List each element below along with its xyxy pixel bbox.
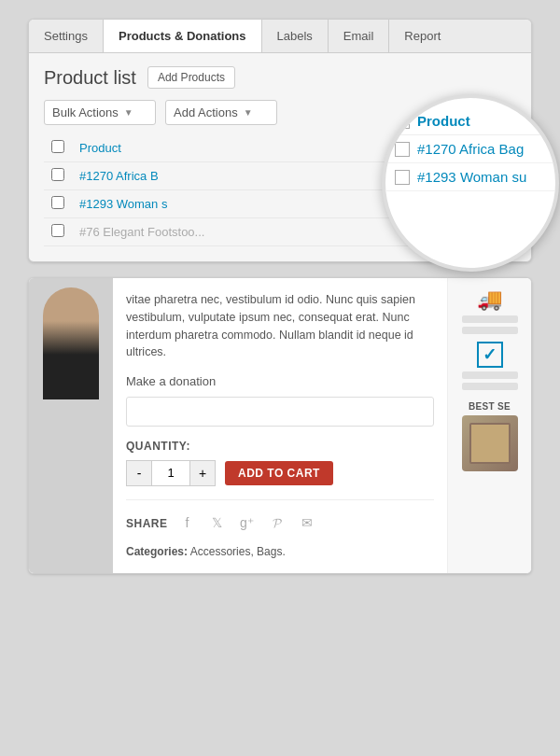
icon-line-4: [462, 383, 518, 390]
row-checkbox-cell: [44, 218, 72, 246]
row-checkbox-cell: [44, 162, 72, 190]
row-1-link[interactable]: #1270 Africa B: [79, 169, 159, 183]
gplus-icon[interactable]: g⁺: [237, 513, 258, 534]
row-2-link[interactable]: #1293 Woman s: [79, 197, 167, 211]
share-section: SHARE f 𝕏 g⁺ 𝓟 ✉: [126, 499, 434, 534]
person-silhouette: [43, 287, 99, 399]
bulk-actions-dropdown[interactable]: Bulk Actions ▼: [44, 100, 156, 125]
check-icon: ✓: [477, 342, 503, 368]
product-list-title: Product list: [44, 67, 136, 89]
mag-item-2-checkbox: [395, 170, 410, 185]
body-text: vitae pharetra nec, vestibulum id odio. …: [126, 291, 434, 361]
icon-line-1: [462, 315, 518, 323]
truck-icon: 🚚: [477, 287, 502, 312]
magnifier-item-1-label: #1270 Africa Bag: [417, 141, 524, 157]
donation-section: Make a donation: [126, 372, 434, 427]
checkbox-icon-item: ✓: [455, 342, 524, 390]
bottom-content: vitae pharetra nec, vestibulum id odio. …: [113, 278, 447, 573]
tab-settings[interactable]: Settings: [29, 20, 104, 52]
bottom-right-sidebar: 🚚 ✓ BEST SE: [447, 278, 531, 573]
magnifier-item-2-label: #1293 Woman su: [417, 169, 526, 185]
donation-label: Make a donation: [126, 372, 434, 391]
quantity-controls: - + ADD TO CART: [126, 460, 434, 486]
tab-report[interactable]: Report: [389, 20, 455, 52]
quantity-input[interactable]: [152, 460, 189, 486]
magnifier-overlay: Product #1270 Africa Bag #1293 Woman su: [382, 94, 559, 272]
magnifier-item-1[interactable]: #1270 Africa Bag: [385, 135, 555, 163]
bulk-actions-arrow: ▼: [124, 107, 133, 118]
row-3-checkbox[interactable]: [51, 224, 64, 237]
email-icon[interactable]: ✉: [297, 513, 317, 534]
header-checkbox-cell: [44, 134, 72, 162]
delivery-icon-item: 🚚: [455, 287, 524, 334]
icon-line-3: [462, 371, 518, 379]
select-all-checkbox[interactable]: [51, 140, 64, 153]
pillow-inner: [469, 423, 511, 464]
best-seller-label: BEST SE: [469, 401, 511, 412]
row-checkbox-cell: [44, 190, 72, 218]
magnifier-item-2[interactable]: #1293 Woman su: [385, 163, 555, 191]
quantity-plus-button[interactable]: +: [189, 460, 216, 486]
twitter-icon[interactable]: 𝕏: [207, 513, 228, 534]
bottom-panel: vitae pharetra nec, vestibulum id odio. …: [28, 277, 532, 574]
row-2-checkbox[interactable]: [51, 196, 64, 209]
tab-bar: Settings Products & Donations Labels Ema…: [29, 20, 531, 53]
quantity-minus-button[interactable]: -: [126, 460, 152, 486]
tab-labels[interactable]: Labels: [262, 20, 329, 52]
pinterest-icon[interactable]: 𝓟: [267, 513, 287, 534]
share-label: SHARE: [126, 515, 168, 532]
categories-label: Categories:: [126, 545, 188, 558]
top-panel: Settings Products & Donations Labels Ema…: [28, 19, 532, 262]
quantity-section: QUANTITY: - + ADD TO CART: [126, 438, 434, 486]
magnifier-product-label: Product: [417, 113, 470, 129]
add-actions-dropdown[interactable]: Add Actions ▼: [165, 100, 277, 125]
add-to-cart-button[interactable]: ADD TO CART: [225, 461, 333, 485]
categories-value: Accessories, Bags.: [190, 545, 286, 558]
add-actions-label: Add Actions: [174, 105, 238, 119]
product-list-header: Product list Add Products: [44, 66, 516, 89]
tab-email[interactable]: Email: [329, 20, 390, 52]
quantity-label: QUANTITY:: [126, 438, 434, 455]
facebook-icon[interactable]: f: [177, 513, 198, 534]
row-1-checkbox[interactable]: [51, 168, 64, 181]
donation-input[interactable]: [126, 397, 434, 427]
best-seller-item: BEST SE: [455, 398, 524, 471]
bulk-actions-label: Bulk Actions: [52, 105, 119, 119]
add-products-button[interactable]: Add Products: [147, 66, 235, 89]
tab-products-donations[interactable]: Products & Donations: [104, 20, 262, 53]
pillow-image: [462, 415, 518, 471]
product-image-area: [29, 278, 113, 573]
mag-item-1-checkbox: [395, 142, 410, 157]
categories-section: Categories: Accessories, Bags.: [126, 543, 434, 560]
icon-line-2: [462, 327, 518, 334]
add-actions-arrow: ▼: [244, 107, 253, 118]
